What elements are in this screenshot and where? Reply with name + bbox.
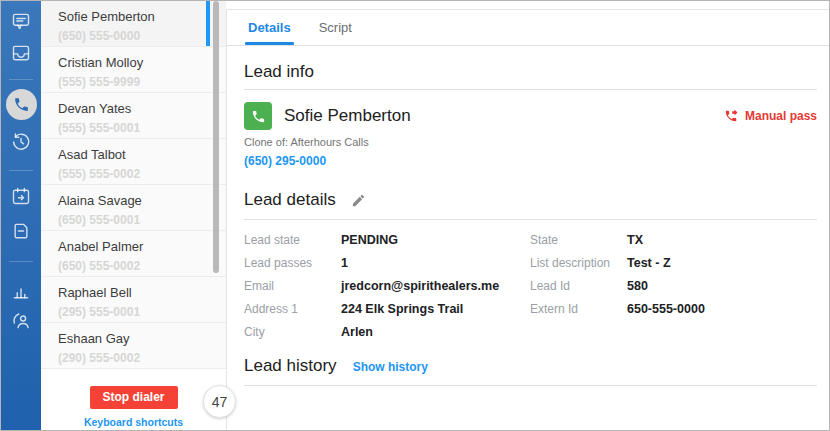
contact-name: Asad Talbot — [58, 147, 206, 162]
clone-of-label: Clone of: Afterhours Calls — [244, 136, 817, 148]
contact-name: Anabel Palmer — [58, 239, 206, 254]
lead-name: Sofie Pemberton — [284, 106, 411, 126]
inbox-icon[interactable] — [11, 43, 31, 63]
field-label: Lead Id — [530, 279, 627, 293]
field-label: State — [530, 233, 627, 247]
edit-pencil-icon[interactable] — [351, 193, 366, 208]
field-label: City — [244, 325, 341, 339]
field-value: jredcorn@spirithealers.me — [341, 279, 499, 293]
field-label: Email — [244, 279, 341, 293]
detail-row: State TX — [530, 228, 817, 251]
details-column-left: Lead state PENDING Lead passes 1 Email j… — [244, 228, 530, 343]
contact-phone: (290) 555-0002 — [58, 351, 206, 365]
list-scrollbar-thumb[interactable] — [213, 1, 219, 273]
lead-detail-panel: Details Script Lead info Sofie Pemberton… — [226, 9, 829, 431]
detail-row: Email jredcorn@spirithealers.me — [244, 274, 530, 297]
chat-icon[interactable] — [11, 11, 31, 31]
field-label: Lead state — [244, 233, 341, 247]
contact-phone: (555) 555-0001 — [58, 121, 206, 135]
field-value: Test - Z — [627, 256, 671, 270]
field-value: Arlen — [341, 325, 373, 339]
contact-phone: (555) 555-0002 — [58, 167, 206, 181]
contact-name: Sofie Pemberton — [58, 9, 206, 24]
contact-item[interactable]: Cristian Molloy (555) 555-9999 — [41, 47, 226, 93]
rail-divider — [9, 170, 33, 171]
rail-divider — [9, 79, 33, 80]
contact-name: Devan Yates — [58, 101, 206, 116]
detail-row: Lead Id 580 — [530, 274, 817, 297]
contact-list: Sofie Pemberton (650) 555-0000 Cristian … — [41, 1, 226, 369]
contact-item[interactable]: Sofie Pemberton (650) 555-0000 — [41, 1, 226, 47]
contact-item[interactable]: Alaina Savage (650) 555-0001 — [41, 185, 226, 231]
support-icon[interactable] — [11, 311, 31, 331]
contact-list-panel: Sofie Pemberton (650) 555-0000 Cristian … — [41, 1, 226, 430]
contact-phone: (650) 555-0002 — [58, 259, 206, 273]
lead-details-grid: Lead state PENDING Lead passes 1 Email j… — [244, 228, 817, 343]
calendar-forward-icon[interactable] — [11, 186, 31, 206]
contact-name: Alaina Savage — [58, 193, 206, 208]
lead-card: Sofie Pemberton Manual pass — [244, 102, 817, 130]
lead-detail-content: Lead info Sofie Pemberton Manual pass Cl… — [227, 62, 829, 386]
contact-phone: (650) 555-0000 — [58, 29, 206, 43]
contact-name: Cristian Molloy — [58, 55, 206, 70]
field-value: TX — [627, 233, 643, 247]
field-label: Address 1 — [244, 302, 341, 316]
tab-details[interactable]: Details — [245, 20, 294, 45]
active-call-icon — [244, 102, 272, 130]
show-history-link[interactable]: Show history — [353, 360, 428, 374]
tab-bar: Details Script — [227, 10, 829, 46]
contact-name: Raphael Bell — [58, 285, 206, 300]
contact-item[interactable]: Asad Talbot (555) 555-0002 — [41, 139, 226, 185]
phone-forwarded-icon — [724, 109, 738, 123]
contact-phone: (295) 555-0001 — [58, 305, 206, 319]
keyboard-shortcuts-link[interactable]: Keyboard shortcuts — [41, 416, 226, 428]
bar-chart-icon[interactable] — [11, 281, 31, 301]
dialer-footer: Stop dialer Keyboard shortcuts — [41, 370, 226, 430]
contact-phone: (555) 555-9999 — [58, 75, 206, 89]
lead-history-heading-row: Lead history Show history — [244, 356, 817, 376]
lead-details-heading-row: Lead details — [244, 190, 817, 210]
manual-pass-label: Manual pass — [745, 109, 817, 123]
nav-rail — [1, 1, 41, 430]
detail-row: Extern Id 650-555-0000 — [530, 297, 817, 320]
field-value: 1 — [341, 256, 348, 270]
dialer-window: Sofie Pemberton (650) 555-0000 Cristian … — [0, 0, 830, 431]
field-value: 650-555-0000 — [627, 302, 705, 316]
field-label: Lead passes — [244, 256, 341, 270]
section-divider — [244, 385, 817, 386]
field-value: PENDING — [341, 233, 398, 247]
detail-row: City Arlen — [244, 320, 530, 343]
field-value: 224 Elk Springs Trail — [341, 302, 463, 316]
detail-row: Lead passes 1 — [244, 251, 530, 274]
field-label: List description — [530, 256, 627, 270]
detail-row: Lead state PENDING — [244, 228, 530, 251]
field-value: 580 — [627, 279, 648, 293]
contact-item[interactable]: Devan Yates (555) 555-0001 — [41, 93, 226, 139]
history-icon[interactable] — [11, 132, 31, 152]
section-divider — [244, 89, 817, 90]
tab-script[interactable]: Script — [316, 20, 355, 45]
call-counter-badge: 47 — [203, 385, 236, 418]
rail-divider — [9, 261, 33, 262]
section-divider — [244, 219, 817, 220]
details-column-right: State TX List description Test - Z Lead … — [530, 228, 817, 343]
phone-icon[interactable] — [6, 89, 37, 120]
contact-item[interactable]: Eshaan Gay (290) 555-0002 — [41, 323, 226, 369]
manual-pass-button[interactable]: Manual pass — [724, 109, 817, 123]
note-icon[interactable] — [11, 221, 31, 241]
lead-history-heading: Lead history — [244, 356, 337, 376]
field-label: Extern Id — [530, 302, 627, 316]
lead-phone-link[interactable]: (650) 295-0000 — [244, 154, 326, 168]
detail-row: List description Test - Z — [530, 251, 817, 274]
lead-details-heading: Lead details — [244, 190, 336, 210]
contact-item[interactable]: Raphael Bell (295) 555-0001 — [41, 277, 226, 323]
stop-dialer-button[interactable]: Stop dialer — [90, 386, 178, 409]
lead-info-heading: Lead info — [244, 62, 817, 82]
contact-item[interactable]: Anabel Palmer (650) 555-0002 — [41, 231, 226, 277]
contact-name: Eshaan Gay — [58, 331, 206, 346]
detail-row: Address 1 224 Elk Springs Trail — [244, 297, 530, 320]
selected-indicator-bar — [206, 1, 210, 46]
contact-phone: (650) 555-0001 — [58, 213, 206, 227]
